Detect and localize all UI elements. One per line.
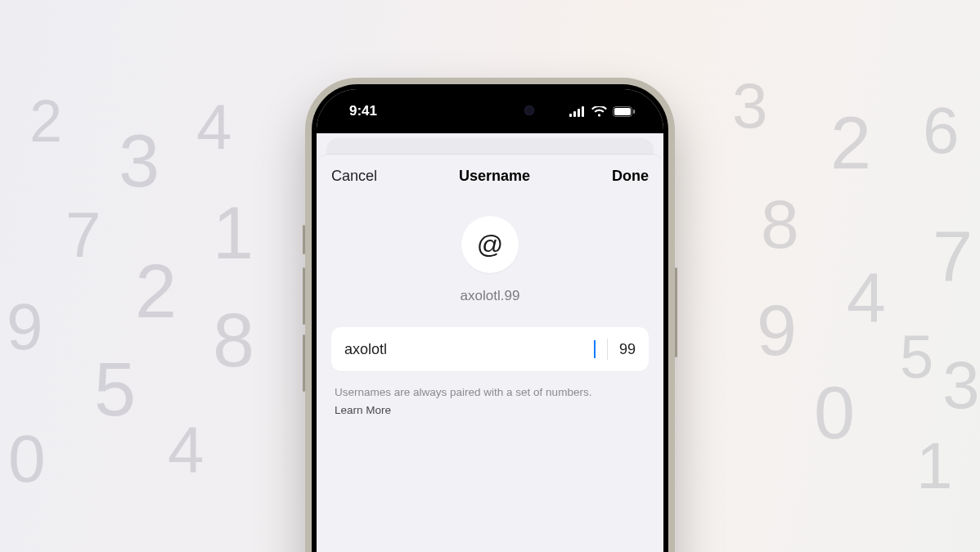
bg-digit: 5 (900, 327, 933, 388)
field-separator (607, 339, 608, 360)
text-caret (594, 340, 596, 358)
svg-rect-2 (578, 109, 580, 117)
bg-digit: 0 (814, 376, 855, 450)
bg-digit: 3 (732, 74, 767, 137)
username-suffix: 99 (619, 341, 636, 358)
svg-rect-5 (614, 108, 631, 115)
svg-rect-1 (573, 111, 576, 117)
at-badge: @ (461, 216, 519, 273)
svg-rect-3 (582, 106, 584, 117)
bg-digit: 7 (933, 221, 973, 293)
bg-digit: 6 (923, 98, 960, 164)
hint-text: Usernames are always paired with a set o… (335, 386, 591, 398)
learn-more-link[interactable]: Learn More (335, 402, 645, 419)
bg-digit: 5 (94, 352, 136, 427)
bg-digit: 1 (213, 196, 254, 270)
bg-digit: 3 (119, 124, 160, 198)
done-button[interactable]: Done (612, 168, 649, 185)
svg-rect-6 (633, 110, 635, 114)
bg-digit: 2 (29, 92, 62, 150)
bg-digit: 2 (830, 106, 871, 180)
username-sheet: Cancel Username Done @ axolotl.99 (317, 155, 663, 552)
bg-digit: 2 (135, 254, 177, 329)
bg-digit: 3 (942, 352, 980, 419)
bg-digit: 0 (8, 425, 46, 492)
bg-digit: 7 (65, 203, 101, 267)
cancel-button[interactable]: Cancel (331, 168, 377, 185)
bg-digit: 9 (757, 294, 797, 366)
bg-digit: 4 (847, 262, 886, 332)
username-input[interactable] (344, 341, 595, 358)
phone-frame: 9:41 Cancel Username (305, 78, 675, 552)
bg-digit: 1 (916, 433, 953, 499)
at-icon: @ (477, 231, 503, 258)
bg-digit: 8 (213, 303, 254, 378)
bg-digit: 8 (761, 190, 799, 258)
dynamic-island (438, 96, 542, 125)
svg-rect-0 (569, 114, 572, 117)
status-time: 9:41 (349, 103, 377, 119)
cellular-icon (569, 106, 586, 117)
bg-digit: 9 (7, 294, 43, 360)
sheet-navbar: Cancel Username Done (317, 155, 663, 198)
bg-digit: 4 (168, 417, 205, 482)
username-hint: Usernames are always paired with a set o… (331, 384, 649, 420)
username-preview: axolotl.99 (331, 288, 649, 304)
bg-digit: 4 (196, 95, 232, 159)
wifi-icon (591, 106, 607, 117)
sheet-title: Username (459, 168, 530, 185)
username-field[interactable]: 99 (331, 327, 649, 371)
battery-icon (613, 106, 636, 117)
